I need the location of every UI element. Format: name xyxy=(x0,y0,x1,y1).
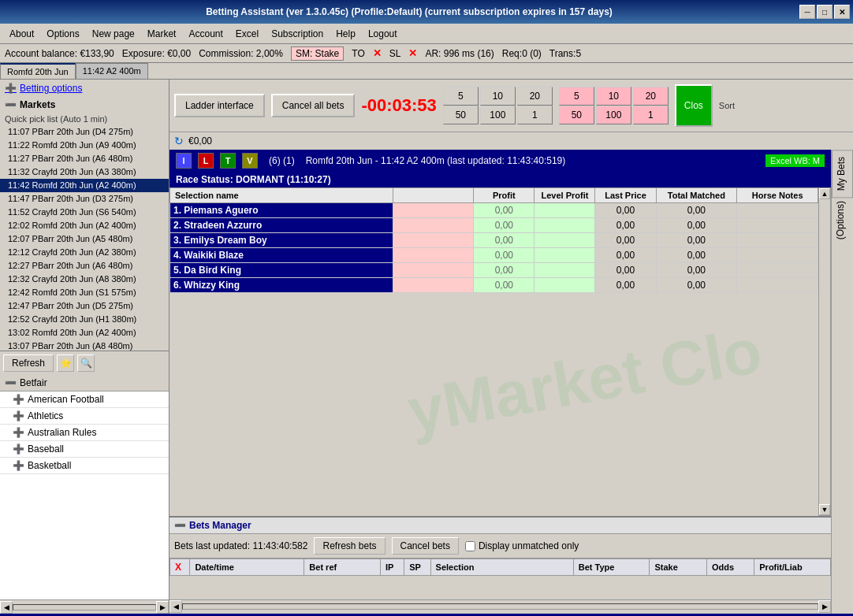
tab-romfd[interactable]: Romfd 20th Jun xyxy=(0,63,76,79)
market-item-selected[interactable]: 11:42 Romfd 20th Jun (A2 400m) xyxy=(0,179,169,192)
stake-100-btn[interactable]: 100 xyxy=(480,106,516,124)
bets-hscroll[interactable]: ◀ ▶ xyxy=(169,599,831,614)
tab-1142[interactable]: 11:42 A2 400m xyxy=(76,63,148,79)
horse-name-4: 4. Waikiki Blaze xyxy=(170,248,393,263)
refresh-bets-button[interactable]: Refresh bets xyxy=(314,537,385,555)
total-matched-1: 0,00 xyxy=(656,203,737,218)
minimize-button[interactable]: ─ xyxy=(799,5,815,19)
race-btn-t[interactable]: T xyxy=(220,153,236,169)
stake-5-btn[interactable]: 5 xyxy=(443,87,479,106)
stake-50-btn[interactable]: 50 xyxy=(443,106,479,124)
ladder-interface-button[interactable]: Ladder interface xyxy=(174,94,265,117)
menu-subscription[interactable]: Subscription xyxy=(265,26,330,42)
bet-cell-5[interactable] xyxy=(393,263,474,278)
sport-american-football[interactable]: ➕ American Football xyxy=(0,391,169,408)
market-item[interactable]: 12:27 PBarr 20th Jun (A6 480m) xyxy=(0,259,169,273)
controls-row: Ladder interface Cancel all bets -00:03:… xyxy=(169,80,853,132)
stake-1-btn[interactable]: 1 xyxy=(517,106,553,124)
scroll-left-btn[interactable]: ◀ xyxy=(0,601,13,614)
tree-hscroll[interactable]: ◀ ▶ xyxy=(0,599,169,614)
stake-pink-1-btn[interactable]: 1 xyxy=(633,106,669,124)
bets-scroll-left[interactable]: ◀ xyxy=(169,600,182,613)
table-vscroll[interactable]: ▲ ▼ xyxy=(818,187,831,516)
display-unmatched-checkbox[interactable] xyxy=(465,541,475,551)
bet-cell-1[interactable] xyxy=(393,203,474,218)
maximize-button[interactable]: □ xyxy=(817,5,833,19)
market-item[interactable]: 12:47 PBarr 20th Jun (D5 275m) xyxy=(0,299,169,313)
sport-basketball[interactable]: ➕ Basketball xyxy=(0,458,169,474)
market-item[interactable]: 12:42 Romfd 20th Jun (S1 575m) xyxy=(0,286,169,299)
cancel-bets-button[interactable]: Cancel bets xyxy=(392,537,459,555)
menu-help[interactable]: Help xyxy=(330,26,362,42)
sport-baseball[interactable]: ➕ Baseball xyxy=(0,441,169,458)
market-item[interactable]: 12:02 Romfd 20th Jun (A2 400m) xyxy=(0,219,169,232)
market-item[interactable]: 12:32 Crayfd 20th Jun (A8 380m) xyxy=(0,273,169,286)
bet-cell-6[interactable] xyxy=(393,278,474,293)
sport-athletics[interactable]: ➕ Athletics xyxy=(0,408,169,425)
betfair-node[interactable]: ➖ Betfair xyxy=(0,375,169,391)
stake-pink-5-btn[interactable]: 5 xyxy=(559,87,594,106)
stake-pink-50-btn[interactable]: 50 xyxy=(559,106,594,124)
bet-cell-4[interactable] xyxy=(393,248,474,263)
market-item[interactable]: 13:02 Romfd 20th Jun (A2 400m) xyxy=(0,326,169,340)
bets-empty-row xyxy=(170,576,831,599)
stake-pink-20-btn[interactable]: 20 xyxy=(633,87,669,106)
menu-excel[interactable]: Excel xyxy=(229,26,265,42)
bet-cell-3[interactable] xyxy=(393,233,474,248)
refresh-button[interactable]: Refresh xyxy=(3,354,54,372)
market-item[interactable]: 12:12 Crayfd 20th Jun (A2 380m) xyxy=(0,246,169,259)
market-item[interactable]: 13:07 PBarr 20th Jun (A8 480m) xyxy=(0,340,169,351)
stake-pink-10-btn[interactable]: 10 xyxy=(596,87,631,106)
market-item[interactable]: 12:07 PBarr 20th Jun (A5 480m) xyxy=(0,232,169,246)
level-profit-3 xyxy=(535,233,595,248)
collapse-markets-icon[interactable]: ➖ xyxy=(5,99,17,110)
menu-market[interactable]: Market xyxy=(141,26,183,42)
menu-newpage[interactable]: New page xyxy=(86,26,141,42)
bet-cell-2[interactable] xyxy=(393,218,474,233)
balance-refresh-icon[interactable]: ↻ xyxy=(174,135,184,147)
market-item[interactable]: 11:32 Crayfd 20th Jun (A3 380m) xyxy=(0,165,169,179)
stake-10-btn[interactable]: 10 xyxy=(480,87,516,106)
sort-label: Sort xyxy=(719,101,735,110)
betting-options-header[interactable]: ➕ Betting options xyxy=(0,80,169,97)
close-market-button[interactable]: Clos xyxy=(675,84,713,127)
sm-stake-button[interactable]: SM: Stake xyxy=(291,46,344,61)
menu-account[interactable]: Account xyxy=(182,26,229,42)
profit-4: 0,00 xyxy=(474,248,535,263)
col-bet-area xyxy=(393,188,474,203)
close-button[interactable]: ✕ xyxy=(834,5,850,19)
menu-about[interactable]: About xyxy=(3,26,40,42)
stake-buttons-pink: 5 10 20 50 100 1 xyxy=(559,87,669,124)
race-btn-i[interactable]: I xyxy=(176,153,192,169)
profit-3: 0,00 xyxy=(474,233,535,248)
stake-pink-100-btn[interactable]: 100 xyxy=(596,106,631,124)
commission: Commission: 2,00% xyxy=(199,48,283,59)
market-item[interactable]: 11:47 PBarr 20th Jun (D3 275m) xyxy=(0,192,169,206)
scroll-down-arrow[interactable]: ▼ xyxy=(819,504,830,515)
bets-table-container[interactable]: X Date/time Bet ref IP SP Selection Bet … xyxy=(169,558,831,599)
menu-options[interactable]: Options xyxy=(40,26,85,42)
stake-20-btn[interactable]: 20 xyxy=(517,87,553,106)
market-item[interactable]: 11:27 PBarr 20th Jun (A6 480m) xyxy=(0,152,169,165)
race-btn-l[interactable]: L xyxy=(198,153,214,169)
scroll-right-btn[interactable]: ▶ xyxy=(156,601,169,614)
bets-scroll-right[interactable]: ▶ xyxy=(818,600,831,613)
side-tabs: My Bets (Options) xyxy=(831,150,853,614)
menu-logout[interactable]: Logout xyxy=(362,26,404,42)
market-item[interactable]: 11:22 Romfd 20th Jun (A9 400m) xyxy=(0,139,169,152)
market-item[interactable]: 11:52 Crayfd 20th Jun (S6 540m) xyxy=(0,206,169,219)
market-item[interactable]: 11:07 PBarr 20th Jun (D4 275m) xyxy=(0,125,169,139)
race-btn-v[interactable]: V xyxy=(242,153,258,169)
options-tab[interactable]: (Options) xyxy=(832,198,853,243)
cancel-all-bets-button[interactable]: Cancel all bets xyxy=(271,94,356,117)
bets-collapse-icon[interactable]: ➖ xyxy=(174,520,186,531)
star-icon-btn[interactable]: ⭐ xyxy=(57,354,74,372)
col-profit: Profit xyxy=(474,188,535,203)
sport-australian-rules[interactable]: ➕ Australian Rules xyxy=(0,425,169,441)
my-bets-tab[interactable]: My Bets xyxy=(832,150,853,198)
to-label: TO xyxy=(352,48,364,59)
display-unmatched-label[interactable]: Display unmatched only xyxy=(465,540,579,551)
search-icon-btn[interactable]: 🔍 xyxy=(77,354,95,372)
scroll-up-arrow[interactable]: ▲ xyxy=(819,188,830,199)
market-item[interactable]: 12:52 Crayfd 20th Jun (H1 380m) xyxy=(0,313,169,326)
